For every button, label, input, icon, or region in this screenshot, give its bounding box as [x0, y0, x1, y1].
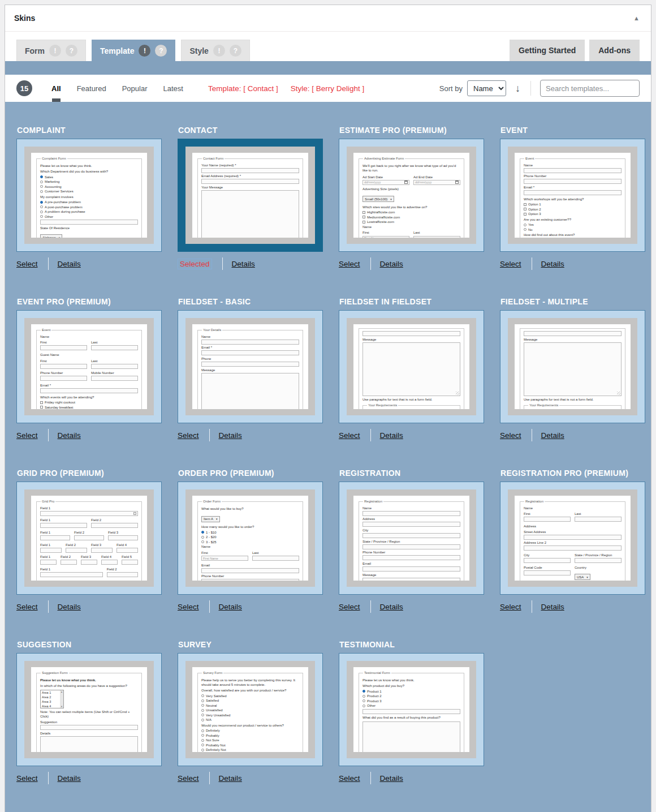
- template-thumbnail-registration[interactable]: RegistrationNameAddressCityState / Provi…: [339, 482, 484, 595]
- radio-icon: [40, 190, 43, 193]
- templates-area: COMPLAINTComplaint FormPlease let us kno…: [5, 102, 651, 812]
- mini-radio-option: Probably: [201, 734, 299, 737]
- help-badge-icon[interactable]: ?: [155, 45, 167, 57]
- filter-latest[interactable]: Latest: [163, 84, 183, 93]
- template-thumbnail-fieldset-basic[interactable]: Your DetailsNameEmail *PhoneMessage: [178, 310, 323, 423]
- template-thumbnail-order-pro-premium[interactable]: Order FormWhat would you like to buy?Ite…: [178, 482, 323, 595]
- mini-input: [91, 523, 138, 528]
- filter-nav: AllFeaturedPopularLatest: [51, 84, 183, 93]
- thumbnail-frame: Advertising Estimate FormWe'll get back …: [347, 147, 476, 244]
- select-link[interactable]: Select: [16, 260, 38, 268]
- skins-panel: Skins ▲ Form!?Template!?Style!? Getting …: [5, 5, 651, 812]
- radio-icon: [201, 719, 204, 721]
- search-input[interactable]: [540, 80, 640, 97]
- template-thumbnail-event[interactable]: EventNamePhone NumberEmail *Which worksh…: [500, 139, 645, 252]
- template-card-complaint: COMPLAINTComplaint FormPlease let us kno…: [16, 126, 162, 270]
- mini-column: First: [40, 358, 87, 370]
- details-link[interactable]: Details: [541, 260, 564, 268]
- collapse-panel-icon[interactable]: ▲: [631, 12, 642, 24]
- details-link[interactable]: Details: [380, 260, 403, 268]
- mini-date-input: dd/mm/yyyy: [413, 180, 460, 185]
- template-thumbnail-estimate-pro-premium[interactable]: Advertising Estimate FormWe'll get back …: [339, 139, 484, 252]
- alert-badge-icon[interactable]: !: [213, 45, 225, 57]
- template-thumbnail-complaint[interactable]: Complaint FormPlease let us know what yo…: [16, 139, 162, 252]
- tab-form[interactable]: Form!?: [16, 40, 86, 61]
- template-title: EVENT PRO (PREMIUM): [17, 297, 162, 306]
- details-link[interactable]: Details: [541, 603, 564, 611]
- mini-text: Please let us know what you think.: [40, 164, 138, 168]
- tab-add-ons[interactable]: Add-ons: [589, 40, 640, 61]
- option-label: Very Unsatisfied: [206, 714, 230, 717]
- mini-input: [201, 168, 299, 173]
- mini-label: Phone: [201, 357, 299, 361]
- filter-popular[interactable]: Popular: [122, 84, 148, 93]
- template-thumbnail-survey[interactable]: Survey FormPlease help us to serve you b…: [178, 653, 323, 766]
- help-badge-icon[interactable]: ?: [230, 45, 241, 57]
- details-link[interactable]: Details: [58, 774, 81, 783]
- template-thumbnail-event-pro-premium[interactable]: EventNameFirstLastGuest NameFirstLastPho…: [16, 310, 162, 423]
- details-link[interactable]: Details: [380, 431, 403, 440]
- details-link[interactable]: Details: [58, 431, 81, 440]
- template-thumbnail-contact[interactable]: Contact FormYour Name (required) *Email …: [178, 139, 323, 252]
- details-link[interactable]: Details: [58, 260, 81, 268]
- help-badge-icon[interactable]: ?: [66, 45, 77, 57]
- details-link[interactable]: Details: [219, 774, 242, 783]
- select-link[interactable]: Select: [339, 603, 360, 611]
- mini-label: Field 4: [116, 543, 138, 547]
- option-label: Neutral: [206, 704, 217, 707]
- listbox-option: Area 3: [41, 699, 60, 704]
- mini-input: [91, 345, 138, 350]
- details-link[interactable]: Details: [58, 603, 81, 611]
- mini-columns: Field 1Field 2Field 3: [40, 529, 138, 542]
- select-link[interactable]: Select: [178, 431, 199, 440]
- details-link[interactable]: Details: [380, 603, 403, 611]
- mini-label: Message: [362, 338, 460, 342]
- template-count-badge: 15: [16, 80, 32, 96]
- template-thumbnail-registration-pro-premium[interactable]: RegistrationNameFirstLastAddressStreet A…: [500, 482, 645, 595]
- template-title: GRID PRO (PREMIUM): [17, 469, 162, 478]
- template-thumbnail-grid-pro-premium[interactable]: Grid ProField 1Field 1Field 2Field 1Fiel…: [16, 482, 162, 595]
- details-link[interactable]: Details: [219, 431, 242, 440]
- template-thumbnail-fieldset-in-fieldset[interactable]: MessageUse paragraphs for text that is n…: [339, 310, 484, 423]
- tab-style[interactable]: Style!?: [181, 40, 249, 61]
- template-thumbnail-testimonial[interactable]: Testimonial FormPlease let us know what …: [339, 653, 484, 766]
- listbox-options: Area 1Area 2Area 3Area 4: [41, 690, 60, 708]
- mini-input-icon: [133, 512, 136, 515]
- mini-label: Name: [362, 506, 460, 510]
- mini-column: Field 1: [40, 542, 62, 554]
- select-link[interactable]: Select: [500, 603, 521, 611]
- select-link[interactable]: Select: [339, 431, 360, 440]
- option-label: Saturday breakfast: [45, 406, 73, 409]
- sort-direction-icon[interactable]: ↓: [512, 82, 524, 95]
- tab-template[interactable]: Template!?: [92, 40, 175, 61]
- select-link[interactable]: Select: [500, 431, 521, 440]
- select-link[interactable]: Select: [500, 260, 521, 268]
- selected-label[interactable]: Selected: [178, 259, 212, 269]
- template-thumbnail-fieldset-multiple[interactable]: MessageUse paragraphs for text that is n…: [500, 310, 645, 423]
- details-link[interactable]: Details: [219, 603, 242, 611]
- thumbnail-frame: Contact FormYour Name (required) *Email …: [185, 147, 315, 244]
- filter-featured[interactable]: Featured: [77, 84, 106, 93]
- sort-select[interactable]: Name: [467, 80, 506, 96]
- details-link[interactable]: Details: [541, 431, 564, 440]
- alert-badge-icon[interactable]: !: [49, 45, 61, 57]
- select-link[interactable]: Select: [16, 431, 38, 440]
- template-thumbnail-suggestion[interactable]: Suggestion FormPlease let us know what y…: [16, 653, 162, 766]
- mini-label: Email *: [40, 384, 138, 388]
- alert-badge-icon[interactable]: !: [139, 45, 150, 57]
- mini-label: Email: [201, 564, 299, 568]
- select-link[interactable]: Select: [16, 774, 38, 783]
- select-link[interactable]: Select: [178, 774, 199, 783]
- select-link[interactable]: Select: [339, 260, 360, 268]
- tab-getting-started[interactable]: Getting Started: [510, 40, 585, 61]
- filter-all[interactable]: All: [51, 84, 61, 93]
- select-link[interactable]: Select: [16, 603, 38, 611]
- mini-columns: FirstLast: [40, 358, 138, 370]
- select-link[interactable]: Select: [178, 603, 199, 611]
- details-link[interactable]: Details: [232, 260, 255, 268]
- option-label: Yes: [528, 223, 534, 226]
- select-link[interactable]: Select: [339, 774, 360, 783]
- details-link[interactable]: Details: [380, 774, 403, 783]
- mini-radio-option: Satisfied: [201, 699, 299, 702]
- template-title: SUGGESTION: [17, 640, 162, 649]
